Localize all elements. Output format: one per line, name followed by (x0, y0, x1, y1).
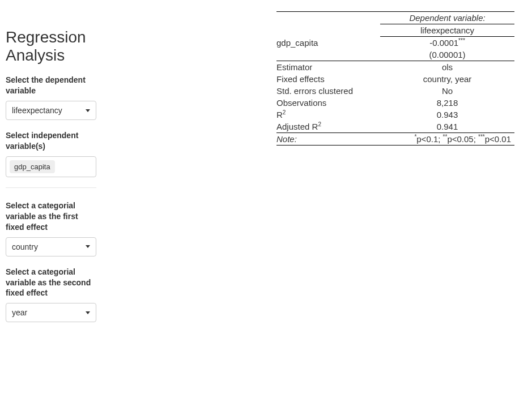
observations-value: 8,218 (380, 97, 514, 109)
fixed-effects-label: Fixed effects (276, 73, 380, 85)
dependent-variable-header: Dependent variable: (380, 12, 514, 24)
sidebar: Regression Analysis Select the dependent… (0, 0, 107, 402)
r2-value: 0.943 (380, 109, 514, 121)
fixed-effects-value: country, year (380, 73, 514, 85)
chevron-down-icon (86, 311, 90, 314)
page-title: Regression Analysis (6, 28, 96, 65)
dependent-variable-group: Select the dependent variable lifeexpect… (6, 75, 96, 120)
dependent-variable-label: Select the dependent variable (6, 75, 96, 96)
se-cluster-value: No (380, 85, 514, 97)
independent-variable-label: Select independent variable(s) (6, 130, 96, 152)
observations-label: Observations (276, 97, 380, 109)
regression-table: Dependent variable: lifeexpectancy gdp_c… (276, 11, 514, 146)
divider (6, 187, 96, 188)
adj-r2-value: 0.941 (380, 121, 514, 133)
coefficient-value: -0.0001*** (380, 37, 514, 49)
chevron-down-icon (86, 109, 90, 112)
fixed-effect-2-select[interactable]: year (6, 303, 96, 322)
fixed-effect-1-select[interactable]: country (6, 237, 96, 256)
se-cluster-label: Std. errors clustered (276, 85, 380, 97)
fixed-effect-2-group: Select a categorial variable as the seco… (6, 267, 96, 323)
dependent-variable-select[interactable]: lifeexpectancy (6, 101, 96, 120)
dependent-variable-name: lifeexpectancy (380, 24, 514, 37)
coefficient-label: gdp_capita (276, 37, 380, 49)
fixed-effect-1-group: Select a categorial variable as the firs… (6, 200, 96, 256)
dependent-variable-value: lifeexpectancy (12, 106, 62, 115)
note-label: Note: (276, 133, 380, 146)
r2-label: R2 (276, 109, 380, 121)
fixed-effect-2-label: Select a categorial variable as the seco… (6, 267, 96, 299)
adj-r2-label: Adjusted R2 (276, 121, 380, 133)
estimator-label: Estimator (276, 61, 380, 74)
fixed-effect-1-value: country (12, 242, 38, 251)
note-value: *p<0.1; **p<0.05; ***p<0.01 (380, 133, 514, 146)
estimator-value: ols (380, 61, 514, 74)
fixed-effect-2-value: year (12, 308, 27, 317)
main-content: Dependent variable: lifeexpectancy gdp_c… (107, 0, 532, 402)
chevron-down-icon (86, 245, 90, 248)
independent-variable-token[interactable]: gdp_capita (10, 160, 55, 173)
independent-variable-group: Select independent variable(s) gdp_capit… (6, 130, 96, 177)
fixed-effect-1-label: Select a categorial variable as the firs… (6, 200, 96, 233)
independent-variable-select[interactable]: gdp_capita (6, 156, 96, 177)
coefficient-se: (0.00001) (380, 49, 514, 61)
